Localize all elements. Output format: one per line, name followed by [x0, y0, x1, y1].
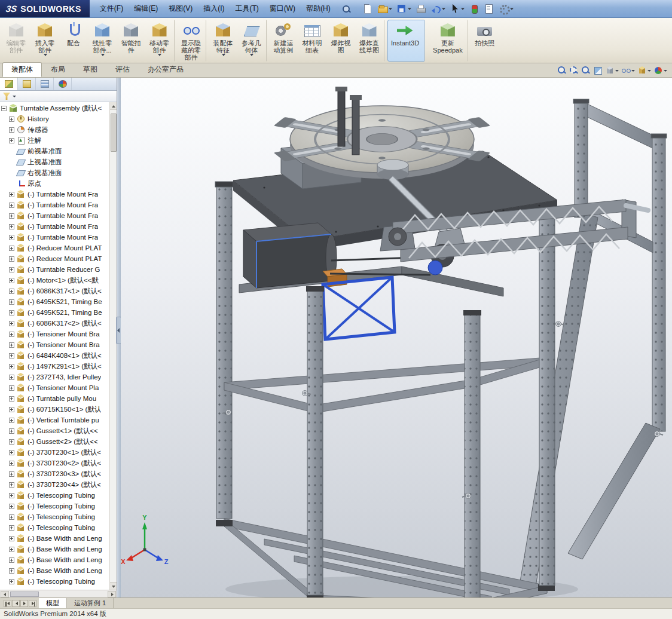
ribbon-button[interactable]: 拍快照	[471, 20, 499, 62]
tree-item[interactable]: (-) Turntable Mount Fra	[1, 232, 109, 243]
tree-item[interactable]: (-) 60715K150<1> (默认	[1, 404, 109, 415]
ribbon-button[interactable]: 配合	[60, 20, 87, 62]
expand-icon[interactable]	[9, 256, 14, 262]
tree-item[interactable]: (-) 6086K317<1> (默认<	[1, 286, 109, 296]
tree-item[interactable]: (-) Turntable pully Mou	[1, 393, 109, 404]
expand-icon[interactable]	[9, 224, 14, 229]
quick-tool-button[interactable]	[414, 3, 427, 15]
command-tab[interactable]: 草图	[74, 62, 106, 77]
frame-back-left-leg[interactable]	[215, 182, 233, 519]
expand-icon[interactable]	[9, 439, 14, 445]
expand-icon[interactable]	[9, 461, 14, 466]
expand-icon[interactable]	[9, 310, 14, 315]
expand-icon[interactable]	[9, 493, 14, 498]
expand-icon[interactable]	[9, 138, 14, 143]
expand-icon[interactable]	[9, 278, 14, 283]
filter-bar[interactable]	[0, 91, 117, 102]
quick-tool-button[interactable]	[448, 3, 466, 15]
last-tab-icon[interactable]	[29, 600, 36, 607]
tree-horizontal-scrollbar[interactable]	[0, 590, 117, 597]
tree-item[interactable]: (-) Reducer Mount PLAT	[1, 253, 109, 264]
tree-item[interactable]: (-) 3730T230<2> (默认<	[1, 458, 109, 468]
ribbon-button[interactable]: 爆炸视 图	[327, 20, 355, 62]
tree-item[interactable]: (-) Base Width and Leng	[1, 533, 109, 544]
tree-vertical-scrollbar[interactable]	[109, 102, 117, 590]
ribbon-button[interactable]: 爆炸直 线草图	[356, 20, 384, 62]
view-tool-button[interactable]	[653, 66, 667, 75]
tree-item[interactable]: (-) Turntable Mount Fra	[1, 189, 109, 200]
command-tab[interactable]: 布局	[42, 62, 74, 77]
ribbon-button[interactable]: 装配体 特征	[209, 20, 237, 62]
quick-tool-button[interactable]	[468, 3, 481, 15]
expand-icon[interactable]	[9, 418, 14, 423]
expand-icon[interactable]	[9, 450, 14, 455]
scroll-down-icon[interactable]	[110, 582, 117, 590]
view-tool-button[interactable]	[605, 66, 619, 75]
view-tool-button[interactable]	[557, 66, 567, 75]
tree-item[interactable]: (-) Tensioner Mount Bra	[1, 329, 109, 339]
panel-tab[interactable]	[36, 78, 54, 90]
expand-icon[interactable]	[9, 127, 14, 133]
expand-icon[interactable]	[9, 375, 14, 380]
scroll-left-icon[interactable]	[1, 591, 9, 597]
tree-item[interactable]: 前视基准面	[1, 146, 109, 157]
expand-icon[interactable]	[9, 235, 14, 240]
3d-model[interactable]: Y X Z	[121, 78, 672, 597]
expand-icon[interactable]	[9, 299, 14, 305]
menu-item[interactable]: 窗口(W)	[264, 1, 301, 16]
tree-item[interactable]: (-) Telescoping Tubing	[1, 522, 109, 533]
scroll-up-icon[interactable]	[110, 102, 117, 110]
ribbon-button[interactable]: 新建运 动算例	[270, 20, 297, 62]
command-tab[interactable]: 评估	[106, 62, 139, 77]
quick-tool-button[interactable]	[376, 3, 393, 15]
tree-item[interactable]: (-) Base Width and Leng	[1, 565, 109, 576]
quick-tool-button[interactable]	[395, 3, 413, 15]
view-tool-button[interactable]	[569, 66, 579, 75]
expand-icon[interactable]	[9, 289, 14, 294]
tree-item[interactable]: (-) Tensioner Mount Bra	[1, 339, 109, 350]
ribbon-button[interactable]: 参考几 何体	[238, 20, 267, 62]
expand-icon[interactable]	[9, 203, 14, 208]
ribbon-button[interactable]: 插入零 部件	[31, 20, 59, 62]
previous-tab-icon[interactable]	[12, 600, 20, 607]
tree-item[interactable]: (-) Turntable Reducer G	[1, 264, 109, 275]
ribbon-button[interactable]: 材料明 细表	[298, 20, 326, 62]
view-tool-button[interactable]	[637, 66, 651, 75]
expand-icon[interactable]	[9, 364, 14, 369]
tree-item[interactable]: (-) 3730T230<1> (默认<	[1, 447, 109, 458]
tree-item[interactable]: (-) Reducer Mount PLAT	[1, 243, 109, 253]
menu-item[interactable]: 工具(T)	[230, 1, 264, 16]
quick-tool-button[interactable]	[361, 3, 374, 15]
tree-item[interactable]: (-) 6086K317<2> (默认<	[1, 318, 109, 329]
first-tab-icon[interactable]	[4, 600, 11, 607]
menu-item[interactable]: 文件(F)	[94, 1, 129, 16]
expand-icon[interactable]	[9, 342, 14, 348]
menu-item[interactable]: 视图(V)	[163, 1, 198, 16]
expand-icon[interactable]	[9, 321, 14, 326]
expand-icon[interactable]	[9, 332, 14, 337]
expand-icon[interactable]	[9, 471, 14, 477]
expand-icon[interactable]	[9, 547, 14, 552]
tree-item[interactable]: (-) 6484K408<1> (默认<	[1, 350, 109, 361]
expand-icon[interactable]	[9, 514, 14, 520]
menu-item[interactable]: 帮助(H)	[301, 1, 336, 16]
collapse-expander-icon[interactable]	[1, 106, 7, 111]
expand-icon[interactable]	[9, 246, 14, 251]
scrollbar-thumb[interactable]	[111, 114, 117, 152]
expand-icon[interactable]	[9, 428, 14, 434]
panel-tab[interactable]	[0, 78, 18, 90]
tree-item[interactable]: (-) Turntable Mount Fra	[1, 221, 109, 232]
next-tab-icon[interactable]	[20, 600, 28, 607]
tree-item[interactable]: (-) Tensioner Mount Pla	[1, 382, 109, 393]
tree-root-item[interactable]: Turntable Assembly (默认<	[1, 103, 109, 114]
tree-item[interactable]: (-) 3730T230<4> (默认<	[1, 479, 109, 490]
ribbon-button[interactable]: 移动零 部件	[146, 20, 175, 62]
expand-icon[interactable]	[9, 396, 14, 402]
command-tab[interactable]: 装配体	[2, 62, 42, 77]
menu-item[interactable]: 编辑(E)	[129, 1, 163, 16]
ribbon-button[interactable]: 线性零 部件...	[88, 20, 116, 62]
tree-item[interactable]: 原点	[1, 178, 109, 189]
graphics-viewport[interactable]: Y X Z	[121, 78, 672, 597]
expand-icon[interactable]	[9, 557, 14, 563]
tree-item[interactable]: (-) Turntable Mount Fra	[1, 210, 109, 221]
